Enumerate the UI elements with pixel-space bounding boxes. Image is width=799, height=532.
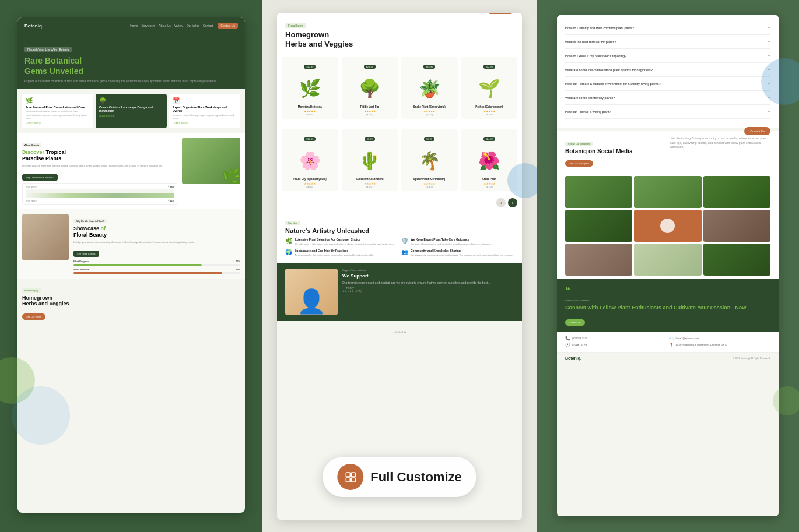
plant-card-5[interactable]: $5.99 🌵 Succulent Assortment ★★★★★ (4.5/… bbox=[342, 129, 398, 191]
progress-bar-1 bbox=[73, 264, 240, 266]
feature-text-2: We Keep Expert Plant Take Care Guidance … bbox=[411, 238, 492, 245]
service-card-1: 🌿 Free Personal Plant Consultation and C… bbox=[22, 94, 93, 128]
progress-bars: Plant Progress 77% Soil Conditions 89% bbox=[73, 260, 240, 274]
email-detail: larica1@example.com bbox=[676, 337, 699, 340]
plant-rating-4: (4.8/5) bbox=[285, 185, 335, 188]
feature-desc-1: We take pride in offering an extensive c… bbox=[295, 242, 395, 245]
nav-about[interactable]: About Us bbox=[159, 24, 171, 27]
social-header-area: Follow Our Instagram Botaniq on Social M… bbox=[565, 136, 770, 167]
plant-name-2: Snake Plant (Sansevieria) bbox=[404, 105, 455, 108]
nav-services[interactable]: Services ▾ bbox=[142, 24, 156, 27]
feature-desc-4: Our passionate community-driven enthusia… bbox=[411, 253, 513, 256]
feature-desc-2: Our team of experienced is dedicated to … bbox=[411, 242, 492, 245]
deco-circle-3 bbox=[12, 386, 70, 445]
faq-item-6[interactable]: What are some pet-friendly plants? + bbox=[565, 91, 770, 105]
mockup-footer: Botaniq. © 2023 Botaniq | All Right Rese… bbox=[557, 352, 779, 364]
progress-row-2: Soil Conditions 89% bbox=[73, 268, 240, 271]
quote-mark: ❝ bbox=[565, 285, 770, 296]
faq-q6: What are some pet-friendly plants? bbox=[565, 96, 615, 100]
contact-info: 📞 (203)598-5529 ✉️ larica1@example.com 🕐… bbox=[557, 332, 779, 352]
main-container: Botaniq. Home Services ▾ About Us Variet… bbox=[0, 0, 799, 532]
nav-links: Home Services ▾ About Us Variety Our Val… bbox=[130, 24, 213, 27]
quote-plain: Connect with Fellow Plant bbox=[565, 305, 632, 311]
plant-card-6[interactable]: $8.99 🌴 Spider Plant (Cormosum) ★★★★★ (4… bbox=[401, 129, 458, 191]
team-section: Support Team Initiative We Support Our t… bbox=[277, 263, 522, 321]
progress-value-1: 77% bbox=[236, 260, 240, 263]
floral-cta[interactable]: See Floral Events bbox=[73, 251, 99, 257]
nav-value[interactable]: Our Value bbox=[187, 24, 199, 27]
faq-item-7[interactable]: How can I revive a wilting plant? + bbox=[565, 105, 770, 119]
plant-card-3[interactable]: $12.99 🌱 Pothos (Epipremnum) ★★★★★ (4.5/… bbox=[461, 57, 518, 119]
progress-bar-2 bbox=[73, 272, 240, 274]
tropical-cta[interactable]: Why Do We Have to Plant? bbox=[22, 174, 58, 181]
faq-item-3[interactable]: How do I know if my plant needs repottin… bbox=[565, 49, 770, 63]
clock-icon: 🕐 bbox=[565, 343, 570, 347]
plant-price-7: $24.99 bbox=[483, 137, 495, 141]
nav-contact-link[interactable]: Contact bbox=[203, 24, 213, 27]
deco-circle-r2 bbox=[773, 386, 799, 415]
photo-grid bbox=[557, 172, 779, 279]
shop-title-line1: Homegrown bbox=[285, 30, 329, 39]
shop-title: Homegrown Herbs and Veggies bbox=[285, 30, 514, 48]
quote-contact-btn[interactable]: Contact Us bbox=[565, 319, 585, 326]
feature-text-1: Extensive Plant Selection For Customer C… bbox=[295, 238, 395, 245]
faq-item-2[interactable]: What is the best fertilizer for plants? … bbox=[565, 35, 770, 49]
plant-rating-2: (4.5/5) bbox=[404, 113, 455, 116]
faq-item-1[interactable]: How do I identify and treat common plant… bbox=[565, 21, 770, 35]
bottom-cta-btn[interactable]: See Our Store bbox=[22, 313, 45, 320]
contact-email: ✉️ larica1@example.com bbox=[669, 336, 771, 341]
bottom-title-1: Homegrown bbox=[22, 295, 240, 301]
service-icon-1: 🌿 bbox=[26, 97, 90, 104]
service-card-3: 📅 Expert Organizes Plant Workshops and E… bbox=[169, 94, 240, 128]
tropical-image bbox=[182, 138, 240, 184]
customize-overlay[interactable]: Full Customize bbox=[323, 457, 476, 497]
customize-label: Full Customize bbox=[370, 470, 461, 485]
plant-card-1[interactable]: $24.99 🌳 Fiddle Leaf Fig ★★★★★ (4.5/5) bbox=[342, 57, 398, 119]
team-desc: Our team is experienced and excited and … bbox=[342, 281, 490, 284]
contact-address: 📍 1918 Pembridge Dr, Richardson, Califor… bbox=[669, 343, 771, 347]
faq-item-5[interactable]: How can I create a suitable environment … bbox=[565, 77, 770, 91]
nav-cta-button[interactable]: Contact Us bbox=[218, 23, 238, 29]
faq-item-4[interactable]: What are some low-maintenance plant opti… bbox=[565, 63, 770, 77]
service-cards: 🌿 Free Personal Plant Consultation and C… bbox=[17, 89, 245, 132]
hero-badge: Flourish Your Life With - Botaniq bbox=[24, 47, 72, 52]
social-cta-btn[interactable]: See Our Instagram bbox=[565, 160, 593, 167]
progress-label-1: Plant Progress bbox=[73, 260, 89, 263]
plant-img-6: 🌴 bbox=[404, 143, 455, 178]
nav-home[interactable]: Home bbox=[130, 24, 138, 27]
floral-image bbox=[22, 214, 69, 260]
progress-value-2: 89% bbox=[236, 268, 240, 271]
address-detail: 1918 Pembridge Dr, Richardson, Californi… bbox=[676, 343, 727, 346]
team-rating: ★★★★★ (4.7/5) bbox=[342, 290, 490, 293]
progress-label-2: Soil Conditions bbox=[73, 268, 89, 271]
faq-q3: How do I know if my plant needs repottin… bbox=[565, 54, 626, 58]
learn-more-3[interactable]: LEARN MORE bbox=[173, 122, 237, 125]
pagination-row: ‹ › bbox=[277, 196, 522, 210]
photo-6 bbox=[703, 210, 770, 242]
plant-img-0: 🌿 bbox=[285, 71, 335, 105]
plant-img-5: 🌵 bbox=[345, 143, 395, 178]
learn-more-1[interactable]: LEARN MORE bbox=[26, 121, 90, 124]
plant-card-4[interactable]: $19.99 🌸 Peace Lily (Spathiphyllum) ★★★★… bbox=[282, 129, 338, 191]
right-mockup: How do I identify and treat common plant… bbox=[557, 15, 779, 516]
nav-variety[interactable]: Variety bbox=[174, 24, 183, 27]
learn-more-2[interactable]: LEARN MORE bbox=[99, 114, 163, 117]
quote-cont: and Cultivate Your Passion - Now bbox=[661, 305, 746, 311]
quote-source-badge: Botaniq Social Initiative bbox=[565, 299, 770, 302]
faq-contact-btn[interactable]: Contact Us bbox=[744, 127, 770, 135]
nav-bar: Botaniq. Home Services ▾ About Us Variet… bbox=[17, 17, 245, 34]
shop-cta-btn[interactable]: See Our Store bbox=[487, 13, 514, 14]
plant-name-6: Spider Plant (Cormosum) bbox=[404, 178, 455, 181]
progress-row-1: Plant Progress 77% bbox=[73, 260, 240, 263]
plant-card-2[interactable]: $16.99 🪴 Snake Plant (Sansevieria) ★★★★★… bbox=[401, 57, 458, 119]
next-btn[interactable]: › bbox=[508, 198, 517, 207]
stats-value-1: ₹243 bbox=[168, 185, 174, 188]
service-desc-1: The expert consultation serves to unders… bbox=[26, 110, 90, 119]
footer-copy: © 2023 Botaniq | All Right Reserved. bbox=[733, 357, 770, 360]
plant-card-0[interactable]: $10.99 🌿 Monstera Deliciosa ★★★★★ (4.5/5… bbox=[282, 57, 338, 119]
mini-chart bbox=[26, 189, 174, 198]
prev-btn[interactable]: ‹ bbox=[496, 198, 506, 207]
photo-3 bbox=[703, 176, 770, 208]
photo-2 bbox=[634, 176, 701, 208]
hero-title-cont: Gems Unveiled bbox=[24, 66, 83, 76]
